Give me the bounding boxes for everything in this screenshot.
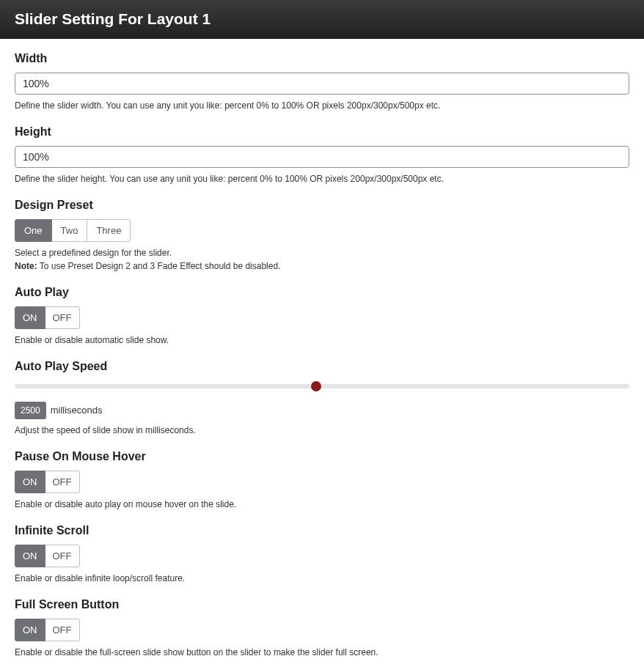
page-title: Slider Setting For Layout 1	[15, 10, 629, 28]
width-label: Width	[15, 52, 629, 65]
height-label: Height	[15, 125, 629, 139]
auto-play-speed-helper: Adjust the speed of slide show in millis…	[15, 424, 629, 437]
fullscreen-field: Full Screen Button ON OFF Enable or disa…	[15, 585, 629, 659]
auto-play-speed-thumb[interactable]	[311, 381, 321, 391]
width-field: Width Define the slider width. You can u…	[15, 39, 629, 112]
page-header: Slider Setting For Layout 1	[0, 0, 644, 39]
infinite-scroll-off-button[interactable]: OFF	[45, 545, 80, 567]
fullscreen-off-button[interactable]: OFF	[45, 619, 80, 641]
design-preset-helper: Select a predefined design for the slide…	[15, 246, 629, 273]
pause-hover-toggle: ON OFF	[15, 471, 80, 493]
pause-hover-field: Pause On Mouse Hover ON OFF Enable or di…	[15, 437, 629, 511]
preset-one-button[interactable]: One	[15, 219, 52, 242]
infinite-scroll-helper: Enable or disable infinite loop/scroll f…	[15, 572, 629, 585]
auto-play-helper: Enable or disable automatic slide show.	[15, 334, 629, 347]
infinite-scroll-toggle: ON OFF	[15, 545, 80, 567]
auto-play-field: Auto Play ON OFF Enable or disable autom…	[15, 273, 629, 347]
height-input[interactable]	[15, 146, 629, 168]
fullscreen-toggle: ON OFF	[15, 619, 80, 641]
auto-play-on-button[interactable]: ON	[15, 306, 45, 329]
design-preset-note-label: Note:	[15, 261, 37, 271]
fullscreen-label: Full Screen Button	[15, 598, 629, 611]
auto-play-speed-value: 2500	[15, 402, 46, 419]
auto-play-toggle: ON OFF	[15, 306, 80, 329]
infinite-scroll-field: Infinite Scroll ON OFF Enable or disable…	[15, 511, 629, 585]
pause-hover-on-button[interactable]: ON	[15, 471, 45, 493]
design-preset-note-text: To use Preset Design 2 and 3 Fade Effect…	[37, 261, 281, 271]
fullscreen-on-button[interactable]: ON	[15, 619, 45, 641]
auto-play-speed-slider[interactable]	[15, 384, 629, 388]
auto-play-speed-value-row: 2500milliseconds	[15, 402, 629, 419]
auto-play-speed-unit: milliseconds	[51, 405, 103, 416]
infinite-scroll-label: Infinite Scroll	[15, 524, 629, 537]
auto-play-label: Auto Play	[15, 286, 629, 299]
design-preset-group: One Two Three	[15, 219, 131, 242]
height-helper: Define the slider height. You can use an…	[15, 172, 629, 185]
pause-hover-label: Pause On Mouse Hover	[15, 450, 629, 463]
height-field: Height Define the slider height. You can…	[15, 112, 629, 185]
fullscreen-helper: Enable or disable the full-screen slide …	[15, 646, 629, 659]
auto-play-speed-label: Auto Play Speed	[15, 360, 629, 373]
pause-hover-off-button[interactable]: OFF	[45, 471, 80, 493]
auto-play-off-button[interactable]: OFF	[45, 306, 80, 329]
design-preset-label: Design Preset	[15, 199, 629, 212]
design-preset-field: Design Preset One Two Three Select a pre…	[15, 185, 629, 273]
settings-content: Width Define the slider width. You can u…	[0, 39, 644, 667]
fade-effect-field: Fade Effect ON OFF Enable or disable fad…	[15, 659, 629, 667]
width-input[interactable]	[15, 73, 629, 95]
preset-two-button[interactable]: Two	[51, 219, 88, 242]
design-preset-helper-text: Select a predefined design for the slide…	[15, 248, 172, 258]
infinite-scroll-on-button[interactable]: ON	[15, 545, 45, 567]
pause-hover-helper: Enable or disable auto play on mouse hov…	[15, 498, 629, 511]
auto-play-speed-field: Auto Play Speed 2500milliseconds Adjust …	[15, 347, 629, 437]
preset-three-button[interactable]: Three	[87, 219, 131, 242]
width-helper: Define the slider width. You can use any…	[15, 99, 629, 112]
